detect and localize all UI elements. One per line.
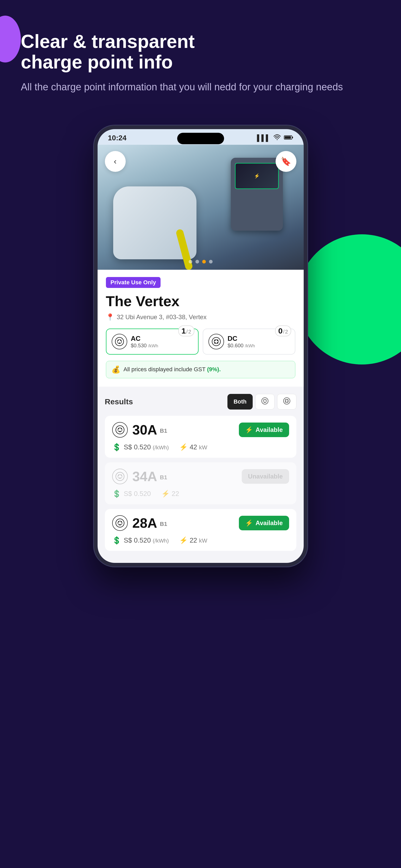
- svg-point-34: [121, 474, 122, 476]
- station-address: 📍 32 Ubi Avenue 3, #03-38, Vertex: [106, 313, 295, 321]
- status-icons: ▌▌▌: [257, 134, 293, 142]
- ac-filter-icon: [261, 397, 269, 406]
- photo-dots: [189, 260, 212, 264]
- connector-dc: DC $0.600 /kWh 0 / 2: [203, 329, 295, 354]
- charger-bottom-30a: 💲 S$ 0.520 (/kWh) ⚡ 42 kW: [112, 443, 289, 452]
- price-icon-28a: 💲: [112, 536, 121, 545]
- signal-icon: ▌▌▌: [257, 134, 270, 142]
- charger-bottom-28a: 💲 S$ 0.520 (/kWh) ⚡ 22 kW: [112, 536, 289, 545]
- charger-left-28a: 28A B1: [112, 515, 167, 531]
- svg-rect-23: [287, 399, 288, 400]
- price-icon-30a: 💲: [112, 443, 121, 452]
- station-card: Private Use Only The Vertex 📍 32 Ubi Ave…: [98, 270, 304, 386]
- station-name: The Vertex: [106, 292, 295, 310]
- phone-frame: 10:24 ▌▌▌: [94, 125, 307, 566]
- charger-left-34a: 34A B1: [112, 469, 167, 484]
- svg-rect-12: [217, 340, 218, 341]
- ac-price: $0.530 /kWh: [131, 343, 158, 349]
- status-bar: 10:24 ▌▌▌: [98, 129, 304, 145]
- dynamic-island: [177, 133, 224, 144]
- charger-left-30a: 30A B1: [112, 422, 167, 438]
- results-header: Results Both: [105, 394, 296, 409]
- available-badge-28a: ⚡ Available: [239, 516, 289, 530]
- charger-price-28a: 💲 S$ 0.520 (/kWh): [112, 536, 169, 545]
- svg-point-20: [283, 398, 290, 404]
- gst-percent: (9%).: [207, 366, 221, 373]
- svg-point-8: [119, 342, 120, 344]
- svg-point-19: [264, 401, 265, 403]
- svg-point-35: [119, 477, 121, 478]
- charger-icon-28a: [112, 515, 128, 531]
- page-title: Clear & transparent charge point info: [21, 31, 380, 72]
- charger-power-30a: ⚡ 42 kW: [179, 443, 207, 451]
- back-button[interactable]: ‹: [105, 151, 126, 172]
- dc-type-label: DC: [228, 335, 255, 343]
- dot-4: [209, 260, 212, 264]
- connector-grid: AC $0.530 /kWh 1 / 2: [106, 329, 295, 354]
- svg-rect-2: [285, 136, 291, 139]
- svg-point-31: [116, 472, 124, 480]
- wifi-icon: [273, 134, 281, 142]
- svg-point-30: [119, 431, 121, 432]
- charger-name-34a: 34A: [132, 469, 157, 484]
- charger-bay-28a: B1: [160, 521, 167, 527]
- svg-point-39: [121, 521, 122, 522]
- charger-price-30a: 💲 S$ 0.520 (/kWh): [112, 443, 169, 452]
- gst-text: All prices displayed include GST (9%).: [124, 366, 221, 373]
- lightning-icon-34a: ⚡: [161, 490, 170, 498]
- hero-image: ⚡ ‹ 🔖: [98, 145, 304, 270]
- svg-point-0: [277, 139, 278, 140]
- svg-rect-14: [217, 342, 218, 344]
- price-icon-34a: 💲: [112, 490, 121, 498]
- filter-tab-both[interactable]: Both: [227, 394, 253, 409]
- connector-ac: AC $0.530 /kWh 1 / 2: [106, 329, 199, 354]
- charger-top-30a: 30A B1 ⚡ Available: [112, 422, 289, 438]
- charger-icon-34a: [112, 469, 128, 484]
- header-section: Clear & transparent charge point info Al…: [0, 0, 401, 110]
- svg-rect-3: [292, 137, 293, 138]
- charger-card-30a: 30A B1 ⚡ Available 💲 S$ 0.520 (/kWh): [105, 416, 296, 458]
- dot-3: [202, 260, 206, 264]
- svg-point-6: [118, 340, 119, 341]
- charger-top-28a: 28A B1 ⚡ Available: [112, 515, 289, 531]
- svg-point-7: [120, 340, 121, 341]
- battery-icon: [284, 134, 293, 142]
- svg-point-38: [118, 521, 119, 522]
- svg-rect-24: [285, 401, 286, 403]
- filter-tab-dc[interactable]: [277, 394, 296, 409]
- svg-point-15: [262, 398, 268, 404]
- charger-card-34a: 34A B1 Unavailable 💲 S$ 0.520 ⚡ 22: [105, 462, 296, 504]
- page-subtitle: All the charge point information that yo…: [21, 80, 380, 94]
- svg-rect-11: [214, 340, 216, 341]
- charger-bay-30a: B1: [160, 428, 167, 434]
- ac-count: 1 / 2: [178, 326, 194, 336]
- dot-1: [189, 260, 192, 264]
- svg-rect-13: [214, 342, 216, 344]
- phone-wrapper: 10:24 ▌▌▌: [0, 125, 401, 566]
- charger-power-28a: ⚡ 22 kW: [179, 536, 207, 545]
- svg-point-36: [116, 519, 124, 527]
- svg-point-33: [118, 474, 119, 476]
- gst-notice: 💰 All prices displayed include GST (9%).: [106, 361, 295, 378]
- dc-icon: [208, 334, 224, 349]
- lightning-icon-28a: ⚡: [179, 536, 188, 545]
- charger-card-28a: 28A B1 ⚡ Available 💲 S$ 0.520 (/kWh): [105, 509, 296, 551]
- location-icon: 📍: [106, 313, 114, 321]
- results-label: Results: [105, 397, 133, 406]
- available-icon-30a: ⚡: [245, 426, 253, 433]
- bookmark-button[interactable]: 🔖: [275, 151, 296, 172]
- svg-point-26: [116, 426, 124, 434]
- ac-info: AC $0.530 /kWh: [131, 335, 158, 349]
- charger-name-30a: 30A: [132, 422, 157, 437]
- charger-bottom-34a: 💲 S$ 0.520 ⚡ 22: [112, 490, 289, 498]
- filter-tab-ac[interactable]: [255, 394, 274, 409]
- dc-price: $0.600 /kWh: [228, 343, 255, 349]
- svg-point-9: [212, 337, 221, 346]
- charger-top-34a: 34A B1 Unavailable: [112, 469, 289, 484]
- svg-rect-25: [287, 401, 288, 403]
- nav-overlay: ‹ 🔖: [98, 145, 304, 178]
- charger-name-28a: 28A: [132, 516, 157, 531]
- unavailable-badge-34a: Unavailable: [242, 469, 289, 484]
- results-section: Results Both: [98, 386, 304, 563]
- available-badge-30a: ⚡ Available: [239, 423, 289, 437]
